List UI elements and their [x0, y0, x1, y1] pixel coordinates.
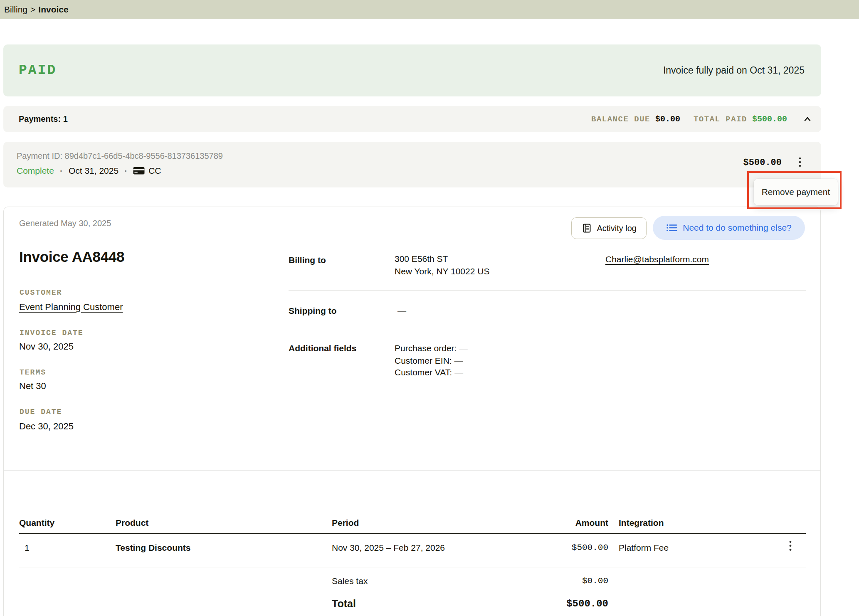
activity-log-label: Activity log: [597, 224, 637, 233]
payments-count: Payments: 1: [19, 114, 68, 124]
col-header-product: Product: [116, 518, 148, 528]
need-something-else-button[interactable]: Need to do something else?: [653, 216, 805, 240]
customer-label: CUSTOMER: [20, 288, 62, 297]
table-header-rule: [19, 533, 806, 534]
section-divider: [289, 329, 806, 329]
payment-method: CC: [133, 166, 161, 176]
annotation-highlight-box: [747, 171, 842, 209]
kebab-menu-icon: [789, 540, 792, 551]
breadcrumb: Billing > Invoice: [0, 0, 859, 19]
card-divider: [4, 470, 820, 471]
due-date-value: Dec 30, 2025: [19, 421, 74, 432]
breadcrumb-link-billing[interactable]: Billing: [4, 5, 27, 15]
invoice-card: Generated May 30, 2025 Activity log Need…: [3, 207, 821, 616]
row-amount: $500.00: [536, 543, 608, 552]
table-row-divider: [19, 567, 806, 567]
payment-id: Payment ID: 89d4b7c1-66d5-4bc8-9556-8137…: [17, 151, 223, 161]
col-header-quantity: Quantity: [19, 518, 54, 528]
additional-field-purchase-order: Purchase order: —: [395, 343, 468, 353]
balance-due-label: BALANCE DUE: [591, 115, 650, 124]
col-header-period: Period: [332, 518, 359, 528]
chevron-up-icon: [803, 115, 812, 124]
row-integration: Platform Fee: [619, 543, 669, 553]
customer-link[interactable]: Event Planning Customer: [19, 302, 123, 313]
terms-label: TERMS: [20, 368, 46, 377]
additional-field-customer-vat: Customer VAT: —: [395, 367, 463, 377]
balance-due-value: $0.00: [655, 114, 680, 124]
activity-log-button[interactable]: Activity log: [571, 217, 647, 239]
need-something-else-label: Need to do something else?: [683, 223, 792, 233]
billing-email-link[interactable]: Charlie@tabsplatform.com: [605, 254, 709, 264]
invoice-date-label: INVOICE DATE: [20, 329, 84, 337]
paid-status-banner: PAID Invoice fully paid on Oct 31, 2025: [3, 44, 821, 96]
billing-address-line2: New York, NY 10022 US: [395, 266, 489, 276]
page-title: Invoice AA8448: [19, 249, 124, 265]
line-item-menu-button[interactable]: [788, 540, 793, 552]
payment-menu-button[interactable]: [798, 157, 802, 168]
total-paid-label: TOTAL PAID: [694, 115, 747, 124]
journal-icon: [581, 223, 592, 234]
shipping-value: —: [397, 306, 406, 316]
invoice-date-value: Nov 30, 2025: [19, 341, 74, 352]
billing-address-line1: 300 E56th ST: [395, 254, 448, 264]
row-product: Testing Discounts: [116, 543, 190, 553]
breadcrumb-separator: >: [30, 5, 35, 15]
sales-tax-label: Sales tax: [332, 576, 368, 586]
invoice-page: Billing > Invoice PAID Invoice fully pai…: [0, 0, 859, 616]
payment-date: Oct 31, 2025: [69, 166, 118, 176]
sales-tax-value: $0.00: [536, 576, 608, 586]
dot-separator: ·: [124, 166, 127, 176]
billing-to-label: Billing to: [289, 255, 326, 265]
row-period: Nov 30, 2025 – Feb 27, 2026: [332, 543, 445, 553]
kebab-menu-icon: [799, 157, 801, 167]
breadcrumb-current-invoice: Invoice: [38, 5, 68, 15]
generated-date: Generated May 30, 2025: [19, 219, 111, 228]
payment-amount: $500.00: [743, 158, 782, 168]
col-header-amount: Amount: [536, 518, 608, 528]
payment-status-line: Complete · Oct 31, 2025 · CC: [17, 166, 161, 176]
list-icon: [666, 223, 677, 232]
total-label: Total: [332, 598, 356, 610]
total-paid-value: $500.00: [752, 114, 787, 124]
collapse-payments-button[interactable]: [803, 115, 812, 124]
credit-card-icon: [133, 167, 145, 175]
additional-fields-label: Additional fields: [289, 343, 356, 353]
status-badge: PAID: [19, 63, 57, 78]
terms-value: Net 30: [19, 381, 46, 392]
total-value: $500.00: [536, 598, 608, 609]
dot-separator: ·: [60, 166, 63, 176]
payments-totals: BALANCE DUE $0.00 TOTAL PAID $500.00: [591, 114, 812, 124]
status-message: Invoice fully paid on Oct 31, 2025: [663, 65, 805, 76]
section-divider: [289, 290, 806, 291]
additional-field-customer-ein: Customer EIN: —: [395, 356, 463, 366]
payment-row: Payment ID: 89d4b7c1-66d5-4bc8-9556-8137…: [3, 142, 821, 187]
payment-method-label: CC: [148, 166, 161, 176]
due-date-label: DUE DATE: [20, 408, 62, 416]
payment-status: Complete: [17, 166, 54, 176]
payments-summary-bar[interactable]: Payments: 1 BALANCE DUE $0.00 TOTAL PAID…: [3, 106, 821, 132]
shipping-to-label: Shipping to: [289, 306, 336, 316]
row-quantity: 1: [25, 543, 30, 553]
col-header-integration: Integration: [619, 518, 664, 528]
